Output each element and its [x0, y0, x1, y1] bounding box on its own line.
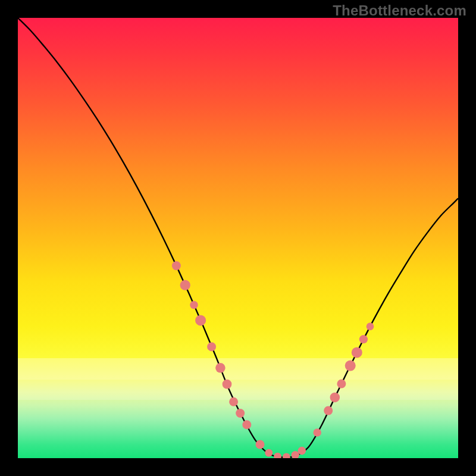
data-marker: [207, 342, 216, 351]
data-marker: [223, 380, 232, 389]
data-marker: [236, 409, 245, 418]
bottleneck-curve: [18, 18, 458, 458]
data-marker: [256, 440, 265, 449]
data-marker: [180, 280, 190, 290]
curve-svg: [18, 18, 458, 458]
data-marker: [172, 261, 181, 270]
data-marker: [359, 335, 368, 343]
data-marker: [283, 453, 290, 458]
data-marker: [367, 322, 374, 330]
plot-area: [18, 18, 458, 458]
data-marker: [195, 315, 206, 325]
data-marker: [274, 453, 281, 458]
data-marker: [324, 406, 333, 415]
data-marker: [229, 397, 238, 406]
data-marker: [330, 393, 340, 403]
data-marker: [345, 361, 356, 371]
data-marker: [242, 420, 251, 429]
data-marker: [313, 428, 321, 437]
data-marker: [298, 447, 306, 455]
chart-frame: TheBottleneck.com: [0, 0, 476, 476]
data-marker: [215, 363, 226, 373]
data-marker: [265, 449, 273, 457]
marker-group: [172, 261, 374, 458]
data-marker: [337, 379, 346, 388]
watermark-text: TheBottleneck.com: [333, 2, 466, 19]
data-marker: [352, 347, 362, 358]
data-marker: [190, 301, 198, 309]
data-marker: [291, 451, 299, 458]
